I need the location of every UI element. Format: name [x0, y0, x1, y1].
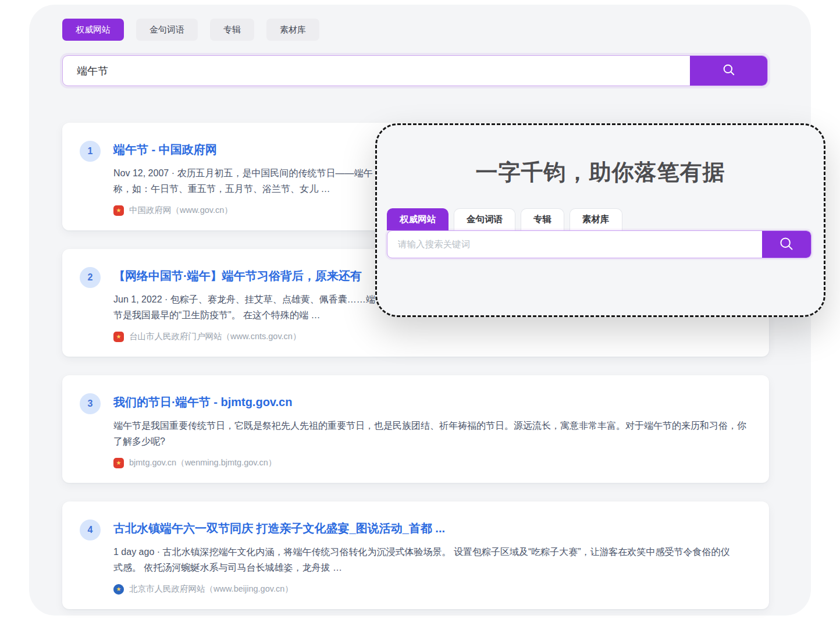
app-window: 权威网站 金句词语 专辑 素材库 1 端午节 - 中国政府网 Nov 12, 2… [0, 0, 840, 619]
result-body: 我们的节日·端午节 - bjmtg.gov.cn 端午节是我国重要传统节日，它既… [113, 391, 752, 468]
gov-emblem-icon: ★ [113, 458, 124, 468]
source-text: 北京市人民政府网站（www.beijing.gov.cn） [129, 584, 293, 595]
gov-emblem-icon: ★ [113, 205, 124, 216]
snippet-line: 了解多少呢? [113, 433, 752, 449]
promo-search-bar [387, 230, 811, 258]
source-text: 中国政府网（www.gov.cn） [129, 205, 233, 216]
tab-material-library[interactable]: 素材库 [266, 19, 319, 41]
result-card-3: 3 我们的节日·端午节 - bjmtg.gov.cn 端午节是我国重要传统节日，… [62, 375, 769, 483]
rank-badge: 4 [80, 520, 101, 540]
search-icon [721, 62, 736, 79]
tab-authoritative-sites[interactable]: 权威网站 [62, 19, 124, 41]
result-snippet: 1 day ago · 古北水镇深挖端午文化内涵，将端午传统习俗转化为沉浸式体验… [113, 544, 752, 575]
search-input[interactable] [63, 56, 690, 86]
promo-headline: 一字千钧，助你落笔有据 [377, 158, 824, 187]
result-title-link[interactable]: 我们的节日·端午节 - bjmtg.gov.cn [113, 394, 292, 410]
result-source: ★ bjmtg.gov.cn（wenming.bjmtg.gov.cn） [113, 457, 752, 468]
result-title-link[interactable]: 端午节 - 中国政府网 [113, 142, 217, 158]
promo-tab-authoritative-sites[interactable]: 权威网站 [387, 208, 449, 230]
promo-overlay-card: 一字千钧，助你落笔有据 权威网站 金句词语 专辑 素材库 [375, 123, 825, 317]
snippet-line: 1 day ago · 古北水镇深挖端午文化内涵，将端午传统习俗转化为沉浸式体验… [113, 544, 752, 560]
result-source: ★ 北京市人民政府网站（www.beijing.gov.cn） [113, 584, 752, 595]
result-source: ★ 台山市人民政府门户网站（www.cnts.gov.cn） [113, 331, 752, 342]
promo-tab-albums[interactable]: 专辑 [521, 208, 564, 230]
promo-tab-golden-phrases[interactable]: 金句词语 [454, 208, 515, 230]
gov-emblem-icon: ★ [113, 332, 124, 342]
gov-emblem-icon: ★ [113, 584, 124, 595]
result-snippet: 端午节是我国重要传统节日，它既是祭祀先人先祖的重要节日，也是民族团结、祈年祷福的… [113, 418, 752, 449]
result-title-link[interactable]: 【网络中国节·端午】端午节习俗背后，原来还有 [113, 268, 362, 284]
rank-badge: 1 [80, 141, 101, 162]
category-tabs: 权威网站 金句词语 专辑 素材库 [62, 19, 769, 41]
promo-tab-material-library[interactable]: 素材库 [570, 208, 622, 230]
tab-albums[interactable]: 专辑 [210, 19, 254, 41]
result-card-4: 4 古北水镇端午六一双节同庆 打造亲子文化盛宴_图说活动_首都 ... 1 da… [62, 501, 769, 609]
result-body: 古北水镇端午六一双节同庆 打造亲子文化盛宴_图说活动_首都 ... 1 day … [113, 517, 752, 595]
source-text: bjmtg.gov.cn（wenming.bjmtg.gov.cn） [129, 457, 276, 468]
result-title-link[interactable]: 古北水镇端午六一双节同庆 打造亲子文化盛宴_图说活动_首都 ... [113, 521, 445, 536]
promo-category-tabs: 权威网站 金句词语 专辑 素材库 [387, 208, 622, 230]
promo-search-button[interactable] [762, 231, 811, 258]
snippet-line: 式感。 依托汤河蜿蜒水系与司马台长城雄姿，龙舟拔 … [113, 560, 752, 575]
main-content: 权威网站 金句词语 专辑 素材库 1 端午节 - 中国政府网 Nov 12, 2… [62, 19, 769, 619]
promo-search-input[interactable] [387, 231, 762, 258]
source-text: 台山市人民政府门户网站（www.cnts.gov.cn） [129, 331, 301, 342]
search-icon [778, 235, 795, 254]
rank-badge: 3 [80, 393, 101, 414]
tab-golden-phrases[interactable]: 金句词语 [136, 19, 198, 41]
rank-badge: 2 [80, 267, 101, 288]
snippet-line: 端午节是我国重要传统节日，它既是祭祀先人先祖的重要节日，也是民族团结、祈年祷福的… [113, 418, 752, 433]
search-button[interactable] [690, 56, 767, 86]
search-bar [62, 55, 768, 86]
